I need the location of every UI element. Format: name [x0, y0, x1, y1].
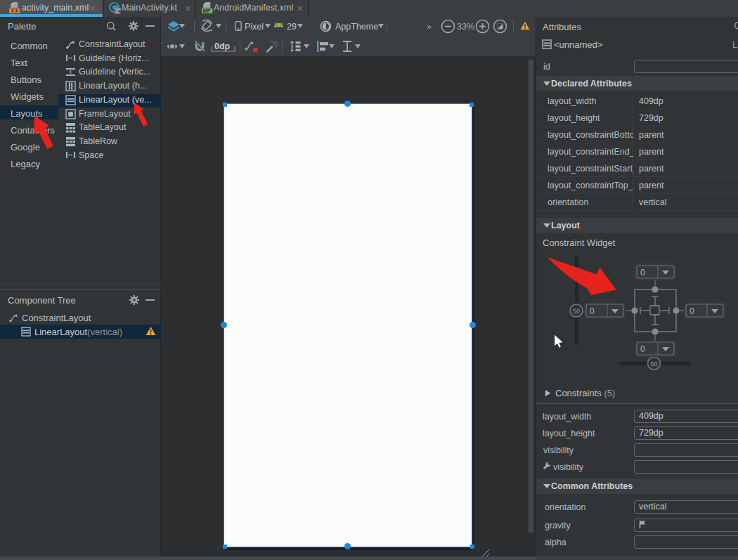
svg-text:0: 0 — [690, 306, 694, 316]
svg-text:0: 0 — [640, 268, 645, 278]
svg-text:50: 50 — [650, 360, 657, 367]
svg-text:50: 50 — [573, 308, 580, 315]
svg-text:MF: MF — [203, 8, 211, 14]
svg-text:0: 0 — [640, 344, 645, 354]
svg-text:0: 0 — [590, 306, 595, 316]
